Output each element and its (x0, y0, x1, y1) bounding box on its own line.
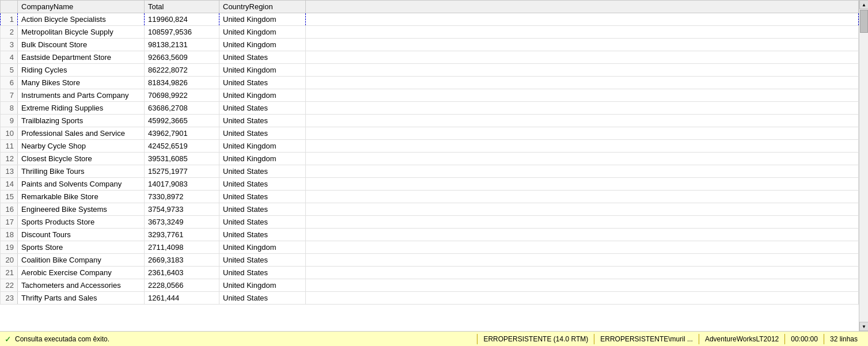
cell-country: United Kingdom (219, 39, 306, 51)
cell-total: 2669,3183 (145, 254, 219, 267)
row-number: 21 (1, 267, 18, 279)
cell-empty (306, 216, 859, 229)
cell-country: United States (219, 178, 306, 191)
table-row[interactable]: 15Remarkable Bike Store7330,8972United S… (1, 191, 859, 203)
cell-country: United Kingdom (219, 279, 306, 292)
cell-company: Professional Sales and Service (18, 127, 145, 140)
scroll-thumb[interactable] (860, 10, 868, 33)
table-row[interactable]: 22Tachometers and Accessories2228,0566Un… (1, 279, 859, 292)
table-row[interactable]: 11Nearby Cycle Shop42452,6519United King… (1, 140, 859, 153)
table-row[interactable]: 14Paints and Solvents Company14017,9083U… (1, 178, 859, 191)
table-row[interactable]: 19Sports Store2711,4098United Kingdom (1, 241, 859, 254)
cell-empty (306, 153, 859, 165)
row-number: 6 (1, 77, 18, 89)
cell-company: Extreme Riding Supplies (18, 102, 145, 115)
cell-company: Remarkable Bike Store (18, 191, 145, 203)
row-number: 16 (1, 203, 18, 216)
cell-total: 7330,8972 (145, 191, 219, 203)
table-row[interactable]: 21Aerobic Exercise Company2361,6403Unite… (1, 267, 859, 279)
cell-company: Eastside Department Store (18, 51, 145, 64)
cell-empty (306, 229, 859, 241)
scroll-up-button[interactable]: ▲ (859, 0, 868, 9)
table-row[interactable]: 10Professional Sales and Service43962,79… (1, 127, 859, 140)
table-row[interactable]: 5Riding Cycles86222,8072United Kingdom (1, 64, 859, 77)
cell-country: United States (219, 191, 306, 203)
cell-company: Sports Products Store (18, 216, 145, 229)
cell-total: 86222,8072 (145, 64, 219, 77)
col-header-total[interactable]: Total (145, 1, 219, 13)
cell-empty (306, 13, 859, 26)
row-number: 2 (1, 26, 18, 39)
table-row[interactable]: 13Thrilling Bike Tours15275,1977United S… (1, 165, 859, 178)
cell-empty (306, 51, 859, 64)
cell-empty (306, 178, 859, 191)
cell-total: 3293,7761 (145, 229, 219, 241)
status-server: ERROPERSISTENTE (14.0 RTM) (477, 334, 594, 344)
row-number: 8 (1, 102, 18, 115)
cell-empty (306, 165, 859, 178)
cell-company: Coalition Bike Company (18, 254, 145, 267)
table-row[interactable]: 17Sports Products Store3673,3249United S… (1, 216, 859, 229)
table-header-row: CompanyName Total CountryRegion (1, 1, 859, 13)
status-message: Consulta executada com êxito. (15, 335, 477, 343)
table-row[interactable]: 7Instruments and Parts Company70698,9922… (1, 89, 859, 102)
cell-country: United Kingdom (219, 89, 306, 102)
table-row[interactable]: 16Engineered Bike Systems3754,9733United… (1, 203, 859, 216)
cell-total: 119960,824 (145, 13, 219, 26)
col-header-empty (306, 1, 859, 13)
cell-company: Metropolitan Bicycle Supply (18, 26, 145, 39)
cell-country: United States (219, 165, 306, 178)
cell-country: United States (219, 77, 306, 89)
cell-company: Thrifty Parts and Sales (18, 292, 145, 305)
table-row[interactable]: 2Metropolitan Bicycle Supply108597,9536U… (1, 26, 859, 39)
scroll-track[interactable] (859, 9, 868, 322)
table-body-wrapper[interactable]: CompanyName Total CountryRegion 1Action … (0, 0, 859, 331)
cell-total: 108597,9536 (145, 26, 219, 39)
cell-country: United Kingdom (219, 140, 306, 153)
row-number: 11 (1, 140, 18, 153)
table-row[interactable]: 8Extreme Riding Supplies63686,2708United… (1, 102, 859, 115)
row-number: 9 (1, 115, 18, 127)
table-row[interactable]: 1Action Bicycle Specialists119960,824Uni… (1, 13, 859, 26)
row-number: 1 (1, 13, 18, 26)
cell-country: United States (219, 115, 306, 127)
table-row[interactable]: 6Many Bikes Store81834,9826United States (1, 77, 859, 89)
cell-country: United States (219, 51, 306, 64)
cell-company: Aerobic Exercise Company (18, 267, 145, 279)
table-row[interactable]: 20Coalition Bike Company2669,3183United … (1, 254, 859, 267)
cell-company: Action Bicycle Specialists (18, 13, 145, 26)
table-row[interactable]: 4Eastside Department Store92663,5609Unit… (1, 51, 859, 64)
cell-country: United Kingdom (219, 26, 306, 39)
cell-total: 3673,3249 (145, 216, 219, 229)
col-header-company[interactable]: CompanyName (18, 1, 145, 13)
cell-empty (306, 140, 859, 153)
table-row[interactable]: 18Discount Tours3293,7761United States (1, 229, 859, 241)
status-check-icon: ✓ (5, 334, 12, 344)
vertical-scrollbar[interactable]: ▲ ▼ (859, 0, 868, 331)
table-scroll-wrapper: CompanyName Total CountryRegion 1Action … (0, 0, 859, 331)
col-header-country[interactable]: CountryRegion (219, 1, 306, 13)
table-row[interactable]: 12Closest Bicycle Store39531,6085United … (1, 153, 859, 165)
main-content: CompanyName Total CountryRegion 1Action … (0, 0, 868, 331)
cell-total: 39531,6085 (145, 153, 219, 165)
cell-company: Riding Cycles (18, 64, 145, 77)
cell-empty (306, 254, 859, 267)
cell-empty (306, 26, 859, 39)
cell-total: 81834,9826 (145, 77, 219, 89)
scroll-down-button[interactable]: ▼ (859, 322, 868, 331)
cell-company: Engineered Bike Systems (18, 203, 145, 216)
table-row[interactable]: 9Trailblazing Sports45992,3665United Sta… (1, 115, 859, 127)
cell-empty (306, 102, 859, 115)
table-row[interactable]: 3Bulk Discount Store98138,2131United Kin… (1, 39, 859, 51)
table-row[interactable]: 23Thrifty Parts and Sales1261,444United … (1, 292, 859, 305)
status-user: ERROPERSISTENTE\muril ... (594, 334, 699, 344)
cell-country: United Kingdom (219, 13, 306, 26)
cell-empty (306, 241, 859, 254)
cell-empty (306, 203, 859, 216)
row-number: 13 (1, 165, 18, 178)
cell-country: United States (219, 254, 306, 267)
cell-company: Thrilling Bike Tours (18, 165, 145, 178)
row-number: 7 (1, 89, 18, 102)
cell-total: 92663,5609 (145, 51, 219, 64)
row-number: 3 (1, 39, 18, 51)
